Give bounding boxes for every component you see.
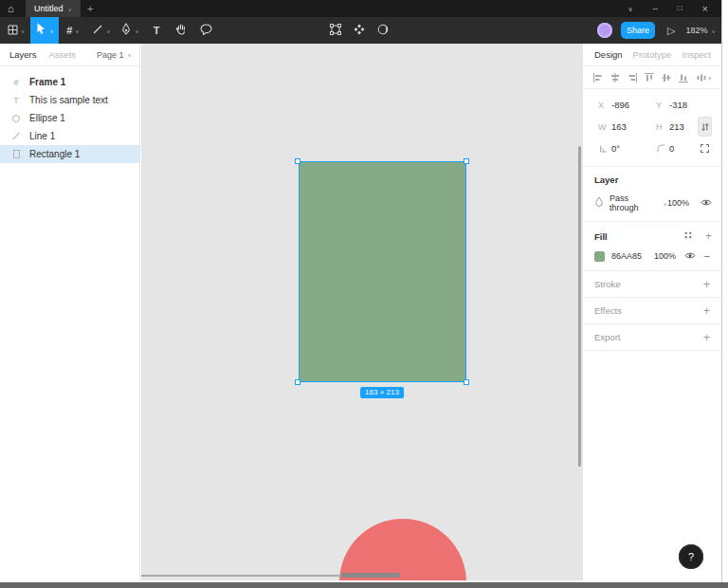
fill-color-swatch[interactable] [594, 251, 605, 262]
layer-row-line[interactable]: Line 1 [0, 127, 139, 145]
resize-handle-top-right[interactable] [464, 158, 469, 164]
align-left-icon[interactable] [592, 72, 604, 83]
layer-visibility-toggle[interactable] [701, 198, 712, 209]
new-tab-button[interactable]: + [87, 0, 93, 17]
help-button[interactable]: ? [679, 544, 703, 569]
height-label: H [656, 122, 669, 132]
add-effect-button[interactable]: + [703, 304, 710, 318]
align-vertical-center-icon[interactable] [661, 72, 672, 83]
design-panel: Design Prototype Inspect ∨ X -896 [582, 44, 721, 580]
vertical-scrollbar[interactable] [578, 146, 581, 467]
plus-icon: + [87, 3, 93, 14]
present-button[interactable]: ▷ [667, 25, 675, 37]
add-export-button[interactable]: + [703, 331, 710, 344]
document-tab[interactable]: Untitled ∨ [26, 0, 81, 17]
layer-section-title: Layer [594, 175, 712, 185]
align-top-icon[interactable] [644, 72, 655, 83]
component-button[interactable] [354, 22, 365, 39]
avatar[interactable] [597, 23, 612, 38]
fill-opacity-input[interactable]: 100% [654, 251, 676, 261]
y-input[interactable]: -318 [669, 100, 687, 110]
edit-object-button[interactable] [330, 22, 341, 39]
text-tool-icon: T [154, 25, 160, 36]
corner-radius-icon [656, 143, 669, 154]
canvas[interactable]: 163 × 213 [141, 44, 582, 580]
fill-section-title: Fill [594, 231, 608, 242]
distribute-icon [696, 72, 707, 83]
ellipse-icon [9, 115, 23, 122]
tab-design[interactable]: Design [594, 49, 623, 60]
selection-size-badge: 163 × 213 [360, 387, 404, 398]
effects-section: Effects + [583, 298, 721, 324]
window-right-edge [721, 0, 722, 582]
text-tool-button[interactable]: T [144, 17, 169, 44]
constrain-proportions-button[interactable] [698, 117, 712, 137]
page-selector-label: Page 1 [97, 50, 124, 60]
add-stroke-button[interactable]: + [703, 278, 710, 291]
resize-handle-bottom-left[interactable] [295, 379, 300, 385]
align-right-icon[interactable] [627, 72, 638, 83]
minimize-button[interactable]: – [653, 5, 658, 13]
chevron-down-icon[interactable]: ∨ [68, 6, 72, 11]
horizontal-scrollbar-thumb[interactable] [341, 573, 400, 578]
main-menu-button[interactable]: ∨ [2, 17, 30, 44]
shape-tool-button[interactable]: ∨ [87, 17, 116, 44]
pen-tool-button[interactable]: ∨ [116, 17, 144, 44]
width-input[interactable]: 163 [611, 121, 627, 132]
frame-tool-button[interactable]: # ∨ [59, 17, 87, 44]
layer-row-text[interactable]: T This is sample text [0, 91, 139, 109]
share-button[interactable]: Share [621, 22, 655, 39]
corner-radius-input[interactable]: 0 [669, 143, 674, 154]
remove-fill-button[interactable]: − [704, 250, 710, 262]
blend-mode-row: Pass through ∨ 100% [594, 193, 712, 212]
home-button[interactable]: ⌂ [8, 0, 14, 17]
chevron-down-icon: ∨ [664, 200, 667, 206]
layer-name: Ellipse 1 [29, 113, 65, 123]
text-icon: T [9, 96, 23, 105]
window-menu-chevron-icon[interactable]: ∨ [628, 6, 633, 12]
zoom-level: 182% [686, 26, 708, 35]
effects-section-title: Effects [594, 305, 622, 316]
question-mark-icon: ? [688, 551, 694, 562]
eye-icon [701, 198, 712, 207]
align-bottom-icon[interactable] [678, 72, 689, 83]
add-fill-button[interactable]: + [705, 230, 712, 243]
red-ellipse-object[interactable] [339, 519, 466, 580]
fill-hex-input[interactable]: 86AA85 [611, 251, 654, 261]
tool-group-middle [330, 17, 389, 44]
layer-row-frame[interactable]: # Frame 1 [0, 73, 139, 91]
resize-handle-bottom-right[interactable] [464, 379, 469, 385]
resize-handle-top-left[interactable] [295, 158, 300, 164]
page-selector[interactable]: Page 1 ∨ [97, 50, 132, 60]
distribute-menu[interactable]: ∨ [696, 72, 712, 83]
selected-rectangle[interactable] [299, 161, 466, 382]
close-button[interactable]: × [702, 4, 708, 14]
independent-corners-button[interactable] [700, 143, 710, 156]
zoom-menu[interactable]: 182% ∨ [686, 26, 716, 35]
layer-name: Frame 1 [29, 77, 65, 87]
chevron-down-icon: ∨ [135, 28, 138, 33]
layer-opacity-input[interactable]: 100% [667, 198, 689, 208]
rotation-input[interactable]: 0° [611, 143, 620, 154]
comment-tool-button[interactable] [193, 17, 218, 44]
height-input[interactable]: 213 [669, 121, 684, 132]
styles-icon[interactable] [683, 230, 693, 242]
layer-row-ellipse[interactable]: Ellipse 1 [0, 109, 139, 127]
tab-layers[interactable]: Layers [9, 49, 37, 60]
move-tool-button[interactable]: ∨ [30, 17, 59, 44]
x-input[interactable]: -896 [611, 100, 629, 110]
tab-inspect[interactable]: Inspect [682, 49, 711, 60]
hand-tool-button[interactable] [169, 17, 193, 44]
mask-button[interactable] [377, 22, 389, 39]
fill-visibility-toggle[interactable] [684, 251, 696, 262]
maximize-button[interactable]: □ [678, 5, 682, 12]
align-horizontal-center-icon[interactable] [610, 72, 621, 83]
blend-mode-select[interactable]: Pass through [610, 193, 659, 212]
tool-group-left: ∨ ∨ # ∨ ∨ ∨ [2, 17, 218, 44]
layer-row-rectangle[interactable]: Rectangle 1 [0, 145, 139, 163]
chevron-down-icon: ∨ [49, 28, 53, 33]
design-panel-tabs: Design Prototype Inspect [583, 44, 721, 66]
tab-prototype[interactable]: Prototype [633, 49, 672, 60]
tab-assets[interactable]: Assets [49, 49, 77, 60]
rectangle-icon [9, 150, 23, 158]
